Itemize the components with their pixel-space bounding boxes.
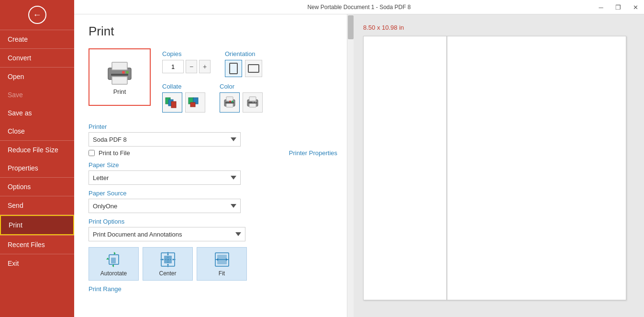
action-buttons-row: Autorotate Center	[89, 247, 337, 281]
sidebar-item-send[interactable]: Send	[0, 196, 74, 215]
svg-rect-15	[226, 97, 233, 101]
color-printer-icon	[222, 95, 237, 110]
printer-properties-link[interactable]: Printer Properties	[289, 149, 337, 157]
sidebar-item-convert[interactable]: Convert	[0, 49, 74, 67]
print-options-select[interactable]: Print Document and Annotations	[89, 227, 245, 241]
orientation-label: Orientation	[225, 50, 262, 57]
svg-point-24	[255, 101, 256, 102]
restore-button[interactable]: ❐	[610, 0, 627, 14]
copies-orientation-row: Copies − + Orientation	[162, 50, 337, 77]
paper-source-section: Paper Source OnlyOne	[89, 190, 337, 213]
copies-row: − +	[162, 60, 211, 73]
scroll-track[interactable]	[347, 14, 354, 317]
orientation-landscape-btn[interactable]	[245, 60, 262, 77]
sidebar-item-save[interactable]: Save	[0, 86, 74, 104]
orientation-group: Orientation	[225, 50, 262, 77]
print-icon-label: Print	[113, 88, 126, 95]
fit-btn[interactable]: Fit	[197, 247, 247, 281]
sidebar-item-print[interactable]: Print	[0, 215, 74, 235]
paper-size-select[interactable]: Letter	[89, 170, 241, 185]
svg-rect-3	[111, 74, 128, 76]
sidebar-item-properties[interactable]: Properties	[0, 159, 74, 177]
fit-label: Fit	[219, 270, 225, 277]
svg-point-4	[126, 71, 129, 74]
printer-section: Printer Soda PDF 8 Print to File Printer…	[89, 123, 337, 157]
svg-rect-22	[249, 103, 256, 107]
sidebar: ← Create Convert Open Save Save as Close…	[0, 0, 74, 317]
collate-on-btn[interactable]	[162, 92, 182, 113]
svg-rect-13	[190, 102, 195, 107]
paper-source-select[interactable]: OnlyOne	[89, 199, 241, 213]
svg-rect-10	[171, 102, 176, 108]
sidebar-item-reduce[interactable]: Reduce File Size	[0, 141, 74, 159]
bw-printer-icon	[245, 95, 260, 110]
color-printer-btn[interactable]	[220, 92, 240, 113]
collate-btn-row	[162, 92, 205, 113]
copies-label: Copies	[162, 50, 211, 57]
center-btn[interactable]: Center	[143, 247, 193, 281]
sidebar-item-exit[interactable]: Exit	[0, 254, 74, 272]
sidebar-item-recent[interactable]: Recent Files	[0, 236, 74, 254]
center-label: Center	[159, 270, 176, 277]
sidebar-item-save-as[interactable]: Save as	[0, 104, 74, 122]
printer-select[interactable]: Soda PDF 8	[89, 132, 241, 147]
printer-icon	[104, 59, 135, 86]
title-bar-controls: ─ ❐ ✕	[592, 0, 644, 14]
autorotate-btn[interactable]: Autorotate	[89, 247, 139, 281]
portrait-icon	[229, 63, 238, 74]
main-content: Print Print	[74, 14, 644, 317]
sidebar-item-close[interactable]: Close	[0, 122, 74, 140]
svg-rect-16	[226, 103, 233, 107]
color-label: Color	[220, 83, 263, 90]
title-bar: New Portable Document 1 - Soda PDF 8 ─ ❐…	[74, 0, 644, 14]
scroll-thumb[interactable]	[348, 15, 354, 39]
print-range-label: Print Range	[89, 285, 337, 293]
paper-source-label: Paper Source	[89, 190, 337, 197]
print-title: Print	[89, 24, 337, 39]
print-options-section: Print Options Print Document and Annotat…	[89, 218, 337, 241]
fit-icon	[213, 251, 231, 268]
print-panel: Print Print	[74, 14, 347, 317]
sidebar-item-create[interactable]: Create	[0, 30, 74, 48]
center-icon	[159, 251, 177, 268]
color-btn-row	[220, 92, 263, 113]
print-range-section: Print Range	[89, 285, 337, 293]
collate-group: Collate	[162, 83, 205, 113]
copies-increment[interactable]: +	[199, 60, 211, 73]
back-icon: ←	[28, 6, 46, 24]
orientation-portrait-btn[interactable]	[225, 60, 242, 77]
copies-input[interactable]	[162, 60, 184, 73]
orientation-row	[225, 60, 262, 77]
print-to-file-label: Print to File	[99, 149, 130, 157]
bw-printer-btn[interactable]	[243, 92, 263, 113]
sidebar-item-options[interactable]: Options	[0, 178, 74, 196]
collate-on-icon	[165, 95, 180, 110]
copies-group: Copies − +	[162, 50, 211, 77]
autorotate-label: Autorotate	[100, 270, 127, 277]
close-button[interactable]: ✕	[627, 0, 644, 14]
collate-color-row: Collate	[162, 83, 337, 113]
back-button[interactable]: ←	[0, 0, 74, 30]
print-icon-box: Print	[89, 48, 151, 106]
print-to-file-checkbox[interactable]	[89, 150, 95, 156]
landscape-icon	[248, 64, 259, 73]
paper-size-section: Paper Size Letter	[89, 161, 337, 185]
svg-point-18	[232, 101, 233, 102]
preview-page-container	[363, 36, 634, 300]
sidebar-item-open[interactable]: Open	[0, 68, 74, 86]
collate-label: Collate	[162, 83, 205, 90]
copies-decrement[interactable]: −	[186, 60, 197, 73]
collate-off-btn[interactable]	[185, 92, 205, 113]
minimize-button[interactable]: ─	[592, 0, 610, 14]
svg-rect-1	[112, 62, 127, 70]
svg-point-19	[229, 101, 231, 102]
svg-rect-6	[230, 63, 237, 74]
autorotate-icon	[105, 251, 122, 268]
preview-area: 8.50 x 10.98 in	[354, 14, 644, 317]
color-group: Color	[220, 83, 263, 113]
top-section: Print Copies − + Orie	[89, 48, 337, 118]
printer-label: Printer	[89, 123, 337, 130]
svg-rect-7	[248, 65, 259, 72]
preview-size-label: 8.50 x 10.98 in	[363, 24, 404, 31]
collate-off-icon	[188, 95, 203, 110]
